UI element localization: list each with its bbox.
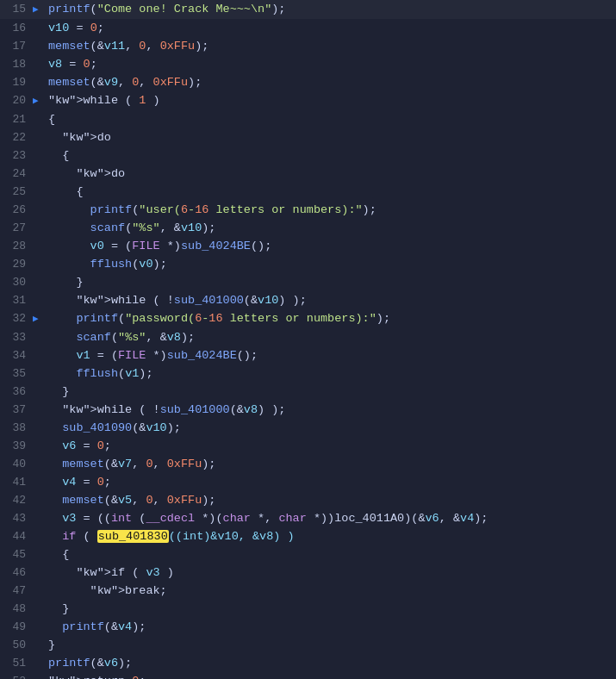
table-row: 36 } (0, 383, 616, 401)
line-content: v1 = (FILE *)sub_4024BE(); (45, 346, 616, 364)
line-content: "kw">do (45, 128, 616, 146)
line-content: } (45, 600, 616, 618)
line-content: printf("password(6-16 letters or numbers… (45, 309, 616, 327)
table-row: 16v10 = 0; (0, 19, 616, 37)
table-row: 32▶ printf("password(6-16 letters or num… (0, 309, 616, 328)
line-number: 48 (0, 600, 33, 618)
line-content: memset(&v11, 0, 0xFFu); (45, 37, 616, 55)
line-content: { (45, 110, 616, 128)
line-arrow-icon: ▶ (33, 1, 45, 19)
table-row: 29 fflush(v0); (0, 255, 616, 273)
table-row: 39 v6 = 0; (0, 437, 616, 455)
line-number: 30 (0, 273, 33, 291)
line-number: 25 (0, 183, 33, 201)
line-number: 32 (0, 309, 33, 327)
table-row: 19memset(&v9, 0, 0xFFu); (0, 73, 616, 91)
line-content: fflush(v0); (45, 255, 616, 273)
line-number: 36 (0, 383, 33, 401)
line-arrow-icon: ▶ (33, 310, 45, 328)
line-content: } (45, 273, 616, 291)
line-content: printf("Come one! Crack Me~~~\n"); (45, 0, 616, 18)
line-number: 17 (0, 37, 33, 55)
line-number: 47 (0, 582, 33, 600)
line-arrow-icon: ▶ (33, 92, 45, 110)
table-row: 31 "kw">while ( !sub_401000(&v10) ); (0, 291, 616, 309)
line-number: 39 (0, 437, 33, 455)
line-content: memset(&v9, 0, 0xFFu); (45, 73, 616, 91)
line-number: 29 (0, 255, 33, 273)
line-number: 42 (0, 491, 33, 509)
table-row: 21{ (0, 110, 616, 128)
line-content: printf("user(6-16 letters or numbers):")… (45, 201, 616, 219)
line-content: "kw">while ( !sub_401000(&v10) ); (45, 291, 616, 309)
table-row: 35 fflush(v1); (0, 364, 616, 383)
line-number: 38 (0, 419, 33, 437)
line-content: "kw">return 0; (45, 672, 616, 679)
line-content: "kw">while ( !sub_401000(&v8) ); (45, 401, 616, 419)
line-number: 21 (0, 110, 33, 128)
table-row: 41 v4 = 0; (0, 473, 616, 491)
line-number: 40 (0, 455, 33, 473)
table-row: 28 v0 = (FILE *)sub_4024BE(); (0, 237, 616, 255)
line-number: 50 (0, 636, 33, 654)
line-number: 18 (0, 55, 33, 73)
table-row: 33 scanf("%s", &v8); (0, 328, 616, 346)
line-content: "kw">break; (45, 582, 616, 600)
line-number: 33 (0, 328, 33, 346)
line-number: 24 (0, 165, 33, 183)
line-content: v8 = 0; (45, 55, 616, 73)
line-number: 44 (0, 527, 33, 545)
line-content: "kw">if ( v3 ) (45, 564, 616, 582)
line-content: { (45, 545, 616, 564)
table-row: 48 } (0, 600, 616, 618)
line-content: scanf("%s", &v8); (45, 328, 616, 346)
line-number: 41 (0, 473, 33, 491)
table-row: 40 memset(&v7, 0, 0xFFu); (0, 455, 616, 473)
table-row: 17memset(&v11, 0, 0xFFu); (0, 37, 616, 55)
line-number: 22 (0, 128, 33, 146)
table-row: 20▶"kw">while ( 1 ) (0, 91, 616, 110)
table-row: 34 v1 = (FILE *)sub_4024BE(); (0, 346, 616, 364)
table-row: 24 "kw">do (0, 165, 616, 183)
table-row: 50} (0, 636, 616, 654)
table-row: 44 if ( sub_401830((int)&v10, &v8) ) (0, 527, 616, 545)
line-number: 27 (0, 219, 33, 237)
table-row: 25 { (0, 183, 616, 201)
line-content: sub_401090(&v10); (45, 419, 616, 437)
line-number: 45 (0, 545, 33, 564)
table-row: 18v8 = 0; (0, 55, 616, 73)
table-row: 45 { (0, 545, 616, 564)
line-number: 51 (0, 654, 33, 672)
line-content: } (45, 383, 616, 401)
table-row: 27 scanf("%s", &v10); (0, 219, 616, 237)
line-number: 16 (0, 19, 33, 37)
code-editor: 15▶printf("Come one! Crack Me~~~\n");16v… (0, 0, 616, 679)
line-content: v4 = 0; (45, 473, 616, 491)
line-content: memset(&v7, 0, 0xFFu); (45, 455, 616, 473)
line-content: printf(&v4); (45, 618, 616, 636)
table-row: 46 "kw">if ( v3 ) (0, 564, 616, 582)
table-row: 51printf(&v6); (0, 654, 616, 672)
line-number: 23 (0, 146, 33, 165)
line-content: } (45, 636, 616, 654)
table-row: 43 v3 = ((int (__cdecl *)(char *, char *… (0, 509, 616, 527)
line-number: 20 (0, 91, 33, 109)
table-row: 37 "kw">while ( !sub_401000(&v8) ); (0, 401, 616, 419)
line-number: 49 (0, 618, 33, 636)
table-row: 30 } (0, 273, 616, 291)
table-row: 42 memset(&v5, 0, 0xFFu); (0, 491, 616, 509)
line-content: fflush(v1); (45, 364, 616, 383)
line-number: 31 (0, 291, 33, 309)
table-row: 49 printf(&v4); (0, 618, 616, 636)
table-row: 15▶printf("Come one! Crack Me~~~\n"); (0, 0, 616, 19)
line-number: 43 (0, 509, 33, 527)
line-content: v3 = ((int (__cdecl *)(char *, char *))l… (45, 509, 616, 527)
line-content: { (45, 146, 616, 165)
line-number: 34 (0, 346, 33, 364)
line-content: v6 = 0; (45, 437, 616, 455)
line-number: 46 (0, 564, 33, 582)
table-row: 52"kw">return 0; (0, 672, 616, 679)
line-content: memset(&v5, 0, 0xFFu); (45, 491, 616, 509)
line-content: if ( sub_401830((int)&v10, &v8) ) (45, 527, 616, 545)
line-number: 26 (0, 201, 33, 219)
